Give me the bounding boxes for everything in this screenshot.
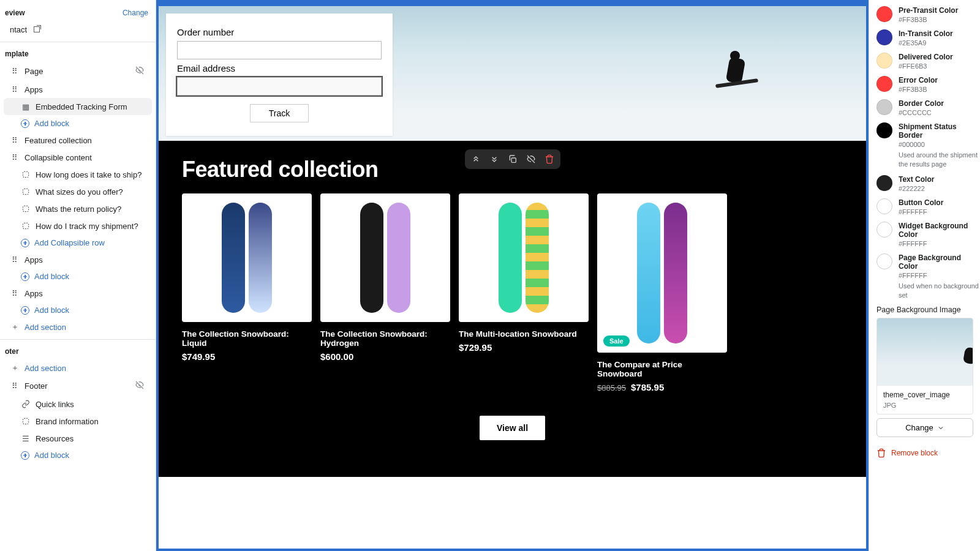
trash-icon [876, 448, 886, 458]
color-hex: #FF3B3B [899, 86, 938, 93]
section-toolbar [465, 149, 560, 169]
color-swatch[interactable] [876, 222, 892, 238]
color-setting[interactable]: Border Color #CCCCCC [876, 99, 980, 116]
apps-item-3[interactable]: ⠿Apps [4, 285, 152, 302]
product-card[interactable]: The Collection Snowboard: Hydrogen $600.… [320, 193, 450, 392]
plus-icon: ＋ [10, 363, 20, 373]
add-section-2[interactable]: ＋Add section [4, 359, 152, 377]
product-card[interactable]: Sale The Compare at Price Snowboard $885… [597, 193, 727, 392]
color-swatch[interactable] [876, 53, 892, 69]
add-block-1[interactable]: Add block [4, 115, 152, 132]
inspector-panel: Pre-Transit Color #FF3B3B In-Transit Col… [869, 0, 980, 551]
tracking-form: Order number Email address Track [166, 13, 393, 136]
color-swatch[interactable] [876, 29, 892, 45]
remove-block-button[interactable]: Remove block [876, 448, 980, 458]
view-all-button[interactable]: View all [480, 416, 545, 440]
color-name: Widget Background Color [899, 222, 980, 239]
faq-item-1[interactable]: How long does it take to ship? [4, 166, 152, 183]
color-name: In-Transit Color [899, 29, 953, 38]
color-setting[interactable]: Button Color #FFFFFF [876, 198, 980, 216]
delete-icon[interactable] [543, 153, 556, 165]
change-link[interactable]: Change [123, 9, 148, 17]
collapsible-row-icon [21, 170, 31, 179]
eye-off-icon[interactable] [135, 66, 145, 77]
color-swatch[interactable] [876, 76, 892, 92]
color-hex: #FFE6B3 [899, 62, 953, 70]
drag-handle-icon: ⠿ [10, 288, 20, 298]
collapsible-content-item[interactable]: ⠿Collapsible content [4, 149, 152, 166]
color-name: Border Color [899, 99, 944, 108]
color-setting[interactable]: Page Background Color #FFFFFF Used when … [876, 253, 980, 300]
add-block-2[interactable]: Add block [4, 268, 152, 285]
plus-circle-icon [21, 451, 29, 460]
bg-image-label: Page Background Image [876, 305, 980, 314]
color-swatch[interactable] [876, 99, 892, 115]
svg-rect-4 [23, 418, 28, 424]
footer-item[interactable]: ⠿Footer [4, 377, 152, 395]
color-hex: #CCCCCC [899, 109, 944, 116]
move-up-icon[interactable] [470, 153, 482, 165]
apps-item-2[interactable]: ⠿Apps [4, 251, 152, 268]
add-block-3[interactable]: Add block [4, 302, 152, 318]
bg-thumbnail [877, 318, 973, 386]
duplicate-icon[interactable] [507, 153, 519, 165]
contact-item[interactable]: ntact [4, 21, 152, 38]
color-swatch[interactable] [876, 6, 892, 22]
move-down-icon[interactable] [488, 153, 500, 165]
product-title: The Collection Snowboard: Liquid [182, 329, 312, 348]
product-title: The Multi-location Snowboard [459, 329, 589, 339]
featured-collection-section: Featured collection The Collection Snowb… [159, 141, 866, 477]
color-setting[interactable]: Shipment Status Border #000000 Used arou… [876, 122, 980, 169]
page-item[interactable]: ⠿ Page [4, 62, 152, 81]
product-card[interactable]: The Multi-location Snowboard $729.95 [459, 193, 589, 392]
color-swatch[interactable] [876, 253, 892, 269]
faq-item-4[interactable]: How do I track my shipment? [4, 217, 152, 234]
change-image-button[interactable]: Change [876, 418, 973, 437]
bg-image-card[interactable]: theme_cover_image JPG [876, 318, 973, 414]
drag-handle-icon: ⠿ [10, 255, 20, 264]
add-collapsible-row[interactable]: Add Collapsible row [4, 234, 152, 251]
color-swatch[interactable] [876, 175, 892, 191]
drag-handle-icon: ⠿ [10, 381, 20, 391]
theme-preview: Order number Email address Track Feature… [156, 0, 869, 551]
email-label: Email address [177, 63, 382, 73]
color-setting[interactable]: Delivered Color #FFE6B3 [876, 53, 980, 70]
plus-circle-icon [21, 306, 29, 315]
drag-handle-icon: ⠿ [10, 135, 20, 145]
order-number-input[interactable] [177, 41, 382, 59]
color-hex: #FFFFFF [899, 272, 980, 279]
color-setting[interactable]: Pre-Transit Color #FF3B3B [876, 6, 980, 23]
color-setting[interactable]: Text Color #222222 [876, 175, 980, 192]
product-card[interactable]: The Collection Snowboard: Liquid $749.95 [182, 193, 312, 392]
email-input[interactable] [177, 77, 382, 96]
bg-filetype: JPG [883, 402, 967, 409]
quick-links-item[interactable]: Quick links [4, 395, 152, 413]
color-swatch[interactable] [876, 122, 892, 138]
add-block-4[interactable]: Add block [4, 447, 152, 463]
color-setting[interactable]: Widget Background Color #FFFFFF [876, 222, 980, 247]
product-title: The Compare at Price Snowboard [597, 360, 727, 378]
hide-icon[interactable] [525, 153, 537, 165]
eye-off-icon[interactable] [135, 380, 145, 392]
color-setting[interactable]: Error Color #FF3B3B [876, 76, 980, 93]
faq-item-3[interactable]: Whats the return policy? [4, 200, 152, 217]
color-name: Button Color [899, 198, 943, 207]
product-price: $729.95 [459, 342, 589, 353]
external-icon [32, 24, 42, 34]
color-name: Pre-Transit Color [899, 6, 958, 15]
product-title: The Collection Snowboard: Hydrogen [320, 329, 450, 348]
svg-rect-3 [23, 223, 28, 228]
color-setting[interactable]: In-Transit Color #2E35A9 [876, 29, 980, 47]
faq-item-2[interactable]: What sizes do you offer? [4, 183, 152, 200]
apps-item-1[interactable]: ⠿Apps [4, 81, 152, 98]
color-hex: #222222 [899, 185, 934, 192]
track-button[interactable]: Track [250, 104, 309, 122]
color-swatch[interactable] [876, 198, 892, 214]
resources-item[interactable]: ☰Resources [4, 430, 152, 447]
add-section-1[interactable]: ＋Add section [4, 318, 152, 335]
featured-collection-item[interactable]: ⠿Featured collection [4, 132, 152, 149]
product-image [182, 193, 312, 322]
brand-info-item[interactable]: Brand information [4, 413, 152, 430]
embedded-tracking-form-item[interactable]: ▦Embedded Tracking Form [4, 98, 152, 115]
svg-rect-2 [23, 206, 28, 211]
